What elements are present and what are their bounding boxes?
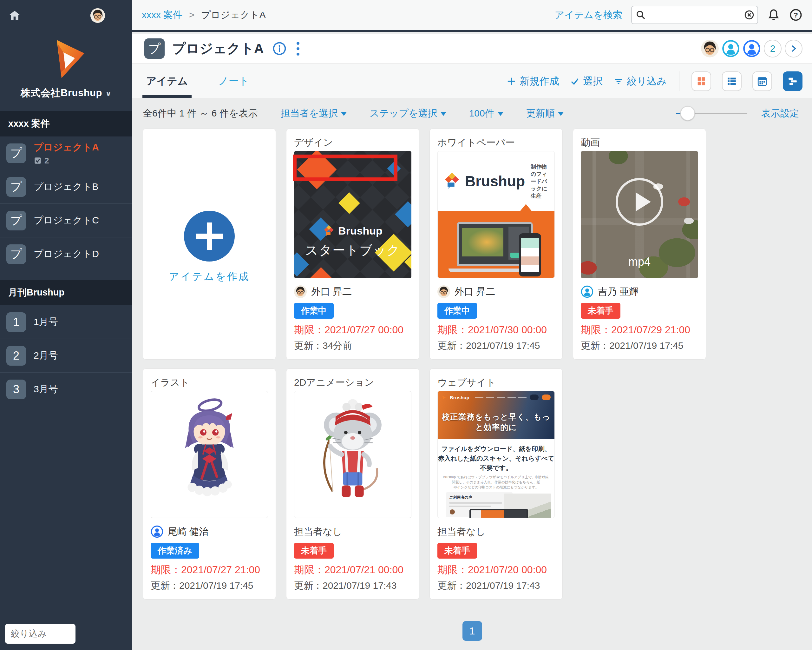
- item-thumbnail[interactable]: Brushup 制作物のフィードバックに生産: [437, 151, 555, 278]
- plus-icon: [184, 211, 235, 262]
- updated-text: 更新：34分前: [286, 332, 419, 359]
- item-card-illustration[interactable]: イラスト: [143, 369, 276, 600]
- assignee-name: 吉乃 亜輝: [598, 285, 638, 298]
- info-icon[interactable]: [272, 41, 286, 55]
- project-icon: プ: [6, 177, 26, 197]
- company-switcher[interactable]: 株式会社Brushup∨: [0, 86, 132, 99]
- assignee-row: 外口 昇二: [437, 284, 555, 299]
- sidebar-item-jan[interactable]: 1 1月号: [0, 305, 132, 339]
- home-icon[interactable]: [8, 9, 21, 22]
- chevron-right-icon[interactable]: [785, 40, 803, 57]
- project-icon: プ: [6, 211, 26, 230]
- search-box: [631, 6, 758, 24]
- assignee-row: 吉乃 亜輝: [581, 284, 698, 299]
- sidebar-item-project-c[interactable]: プ プロジェクトC: [0, 204, 132, 237]
- search-icon: [636, 10, 646, 20]
- assignee-name: 外口 昇二: [311, 285, 352, 298]
- item-thumbnail[interactable]: Brushup 校正業務をもっと早く、もっと効率的に ファイルをダウンロード、紙…: [437, 391, 555, 518]
- item-search-link[interactable]: アイテムを検索: [554, 9, 622, 21]
- sidebar-filter-input[interactable]: [5, 624, 75, 644]
- display-settings-link[interactable]: 表示設定: [761, 107, 799, 120]
- item-title: ホワイトペーパー: [437, 135, 555, 150]
- item-card-video[interactable]: 動画 mp4 吉乃 亜輝 未着手 期限：2021/07/29 21:00 更新：…: [573, 128, 706, 359]
- view-list-button[interactable]: [722, 72, 742, 91]
- assignee-name: 外口 昇二: [455, 285, 495, 298]
- status-badge: 作業済み: [151, 543, 199, 558]
- view-gantt-button[interactable]: [783, 72, 803, 91]
- filter-button[interactable]: 絞り込み: [614, 75, 667, 88]
- chevron-down-icon: ∨: [105, 89, 111, 98]
- sort-order-dropdown[interactable]: 更新順: [526, 107, 564, 120]
- status-badge: 未着手: [437, 543, 477, 558]
- step-select-dropdown[interactable]: ステップを選択: [369, 107, 446, 120]
- breadcrumb-current: プロジェクトA: [201, 9, 266, 20]
- more-menu-icon[interactable]: [295, 40, 301, 57]
- select-button[interactable]: 選択: [570, 75, 603, 88]
- view-calendar-button[interactable]: [752, 72, 772, 91]
- topbar: xxxx 案件 > プロジェクトA アイテムを検索 ?: [132, 0, 812, 32]
- item-count-badge: 2: [44, 156, 49, 166]
- sidebar-item-label: プロジェクトA: [34, 142, 99, 152]
- per-page-dropdown[interactable]: 100件: [469, 107, 504, 120]
- project-icon: プ: [6, 144, 26, 163]
- project-icon: プ: [144, 38, 165, 59]
- sidebar-item-project-a[interactable]: プ プロジェクトA 2: [0, 136, 132, 170]
- sidebar-section-monthly: 月刊Brushup: [0, 280, 132, 305]
- tab-notes[interactable]: ノート: [218, 64, 249, 98]
- item-grid: アイテムを作成 デザイン Brushup: [143, 128, 812, 600]
- member-avatar[interactable]: [743, 40, 761, 57]
- clear-search-icon[interactable]: [744, 10, 754, 20]
- tabs-row: アイテム ノート 新規作成 選択 絞り込み: [132, 64, 812, 98]
- item-title: イラスト: [151, 375, 268, 390]
- item-card-2danimation[interactable]: 2Dアニメーション: [286, 369, 419, 600]
- sidebar-item-project-b[interactable]: プ プロジェクトB: [0, 170, 132, 204]
- member-avatar[interactable]: [701, 40, 719, 57]
- brushup-logo: [43, 34, 90, 82]
- phone-illustration: [519, 233, 541, 277]
- create-new-button[interactable]: 新規作成: [507, 75, 559, 88]
- member-avatar[interactable]: [722, 40, 740, 57]
- create-item-card[interactable]: アイテムを作成: [143, 128, 276, 359]
- project-header: プ プロジェクトA 2: [132, 34, 812, 64]
- play-icon[interactable]: [616, 178, 663, 226]
- notifications-bell-icon[interactable]: [767, 8, 780, 21]
- pagination-page-1[interactable]: 1: [462, 621, 482, 641]
- page-title: プロジェクトA: [172, 40, 264, 57]
- project-icon: プ: [6, 245, 26, 264]
- issue-icon: 2: [6, 346, 26, 366]
- result-count: 全6件中 1 件 ～ 6 件を表示: [143, 107, 258, 120]
- thumbnail-size-slider[interactable]: [676, 106, 747, 121]
- help-icon[interactable]: ?: [789, 8, 803, 21]
- user-avatar[interactable]: [90, 8, 105, 23]
- company-name: 株式会社Brushup: [21, 87, 102, 98]
- slider-handle[interactable]: [680, 106, 695, 121]
- issue-icon: 1: [6, 312, 26, 332]
- sidebar-item-feb[interactable]: 2 2月号: [0, 339, 132, 373]
- website-hero: Brushup 校正業務をもっと早く、もっと効率的に: [438, 392, 554, 439]
- item-thumbnail[interactable]: [151, 391, 268, 518]
- assignee-row: 尾崎 健治: [151, 524, 268, 539]
- list-icon: [727, 76, 737, 87]
- check-icon: [570, 76, 580, 86]
- item-thumbnail[interactable]: [294, 391, 411, 518]
- view-grid-button[interactable]: [691, 72, 711, 91]
- item-card-website[interactable]: ウェブサイト Brushup 校正業務をもっと早く、もっと効率的に ファイルをダ…: [429, 369, 563, 600]
- item-thumbnail[interactable]: mp4: [581, 151, 698, 278]
- calendar-icon: [757, 76, 768, 87]
- tab-items[interactable]: アイテム: [146, 64, 188, 98]
- search-input[interactable]: [631, 6, 758, 24]
- sidebar-item-mar[interactable]: 3 3月号: [0, 373, 132, 406]
- mouse-knight-illustration: [311, 399, 394, 510]
- item-card-whitepaper[interactable]: ホワイトペーパー Brushup 制作物のフィードバックに生産: [429, 128, 563, 359]
- breadcrumb-parent-link[interactable]: xxxx 案件: [142, 9, 182, 20]
- assignee-row: 担当者なし: [294, 524, 411, 539]
- anime-girl-illustration: [166, 398, 252, 512]
- plus-icon: [507, 76, 516, 86]
- sidebar-item-project-d[interactable]: プ プロジェクトD: [0, 237, 132, 271]
- whitepaper-hero: [438, 211, 554, 278]
- member-count-badge[interactable]: 2: [764, 40, 781, 57]
- breadcrumb-separator: >: [189, 9, 195, 20]
- status-badge: 未着手: [581, 303, 620, 319]
- assignee-select-dropdown[interactable]: 担当者を選択: [280, 107, 347, 120]
- assignee-name: 担当者なし: [437, 525, 485, 538]
